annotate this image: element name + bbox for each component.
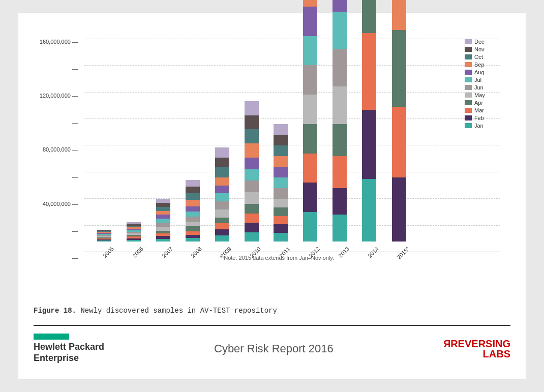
bar-segment [215, 167, 229, 177]
legend-item: Apr [465, 100, 500, 106]
bar-segment [274, 233, 288, 242]
bar-segment [274, 145, 288, 156]
bar-segment [274, 167, 288, 177]
y-label-120m: 120,000,000 — [40, 93, 78, 99]
bar-segment [303, 7, 317, 36]
bar-segment [215, 177, 229, 186]
bar-segment [186, 226, 200, 231]
bar-segment [97, 240, 111, 242]
legend-label: Apr [474, 100, 483, 106]
y-label-140m: — [72, 66, 78, 72]
legend-item: Jun [465, 84, 500, 91]
bar-segment [156, 215, 170, 219]
legend-color [465, 62, 472, 67]
legend-color [465, 108, 472, 113]
bar-stack [245, 101, 259, 242]
legend: Dec Nov Oct Sep Aug Jul Jun May Apr Ma [465, 39, 500, 129]
bar-segment [274, 199, 288, 207]
bar-segment [333, 86, 347, 124]
y-label-20m: — [72, 228, 78, 234]
bar-segment [274, 177, 288, 188]
bar-segment [274, 156, 288, 167]
bar-group: 2012 [303, 39, 317, 252]
legend-item: May [465, 92, 500, 98]
bar-segment [245, 204, 259, 213]
bar-segment [215, 147, 229, 158]
legend-label: Sep [474, 62, 485, 68]
bar-segment [156, 219, 170, 223]
bar-stack [333, 28, 347, 242]
bar-segment [362, 0, 376, 33]
bar-segment [333, 215, 347, 242]
bar-segment [127, 240, 141, 242]
bar-stack [303, 28, 317, 242]
bar-segment [186, 200, 200, 206]
bar-segment [245, 214, 259, 223]
bar-stack [215, 147, 229, 242]
bar-segment [245, 129, 259, 143]
bar-group: 2007 [156, 39, 170, 252]
bar-segment [245, 180, 259, 192]
hpe-bar [34, 334, 69, 340]
bar-segment [215, 158, 229, 168]
y-label-80m: 80,000,000 — [43, 146, 78, 153]
y-label-160m: 160,000,000 — [40, 39, 78, 45]
bar-segment [186, 206, 200, 212]
bar-segment [333, 49, 347, 87]
bar-segment [156, 223, 170, 227]
bar-stack [127, 222, 141, 242]
footer: Hewlett Packard Enterprise Cyber Risk Re… [34, 325, 510, 364]
bar-segment [274, 207, 288, 216]
bar-group: 2014 [362, 39, 376, 252]
bar-group: 2013 [333, 39, 347, 252]
bar-segment [245, 192, 259, 204]
bar-group: 2009 [215, 39, 229, 252]
legend-item: Jan [465, 123, 500, 129]
bar-segment [156, 227, 170, 231]
bar-stack [362, 28, 376, 242]
legend-label: Feb [474, 115, 484, 121]
bar-segment [156, 211, 170, 215]
bar-group: 2015* [391, 39, 406, 252]
bar-segment [245, 143, 259, 158]
legend-label: Jun [474, 84, 483, 91]
bar-segment [245, 101, 259, 115]
bar-segment [362, 179, 376, 242]
legend-color [465, 47, 472, 52]
bar-segment [303, 183, 317, 212]
legend-label: Nov [474, 46, 485, 52]
bar-segment [303, 65, 317, 95]
legend-color [465, 123, 472, 128]
bar-segment [303, 154, 317, 183]
chart-note: * Note: 2015 data extends from Jan–Nov o… [54, 255, 500, 261]
legend-color [465, 100, 472, 105]
bar-segment [156, 199, 170, 203]
bar-segment [186, 238, 200, 242]
bar-stack [274, 124, 288, 242]
legend-label: Aug [474, 69, 485, 75]
legend-item: Sep [465, 62, 500, 68]
bar-segment [215, 209, 229, 218]
bar-segment [186, 193, 200, 200]
bar-segment [392, 0, 406, 30]
legend-label: Jul [474, 77, 481, 83]
legend-item: Mar [465, 107, 500, 113]
bar-group: 2011 [274, 39, 288, 252]
bar-segment [274, 188, 288, 199]
figure-caption: Figure 18. Newly discovered samples in A… [34, 301, 510, 315]
bar-segment [156, 239, 170, 242]
bar-group: 2008 [186, 39, 200, 252]
bars-container: 2005200620072008200920102011201220132014… [84, 39, 419, 252]
bar-stack [156, 199, 170, 242]
bar-segment [274, 224, 288, 233]
bar-stack [97, 230, 111, 242]
bar-segment [215, 223, 229, 229]
legend-item: Dec [465, 39, 500, 45]
bar-segment [303, 36, 317, 66]
bar-segment [274, 135, 288, 145]
bar-segment [392, 107, 406, 177]
r-mirror-icon: R [443, 339, 450, 349]
legend-item: Aug [465, 69, 500, 75]
hpe-text: Hewlett Packard Enterprise [34, 342, 104, 364]
bar-segment [245, 158, 259, 169]
